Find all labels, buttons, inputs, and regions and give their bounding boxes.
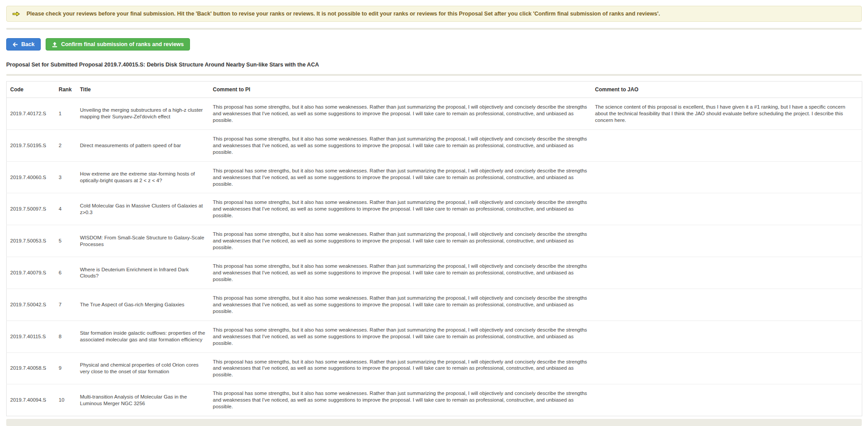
cell-comment-pi: This proposal has some strengths, but it… [209, 193, 592, 225]
cell-rank: 1 [55, 98, 77, 130]
proposal-table: Code Rank Title Comment to PI Comment to… [6, 81, 862, 416]
back-button[interactable]: Back [6, 38, 41, 51]
table-row: 2019.7.40058.S9Physical and chemical pro… [7, 352, 862, 384]
cell-comment-jao [592, 384, 862, 416]
column-header-title: Title [77, 82, 209, 98]
cell-title: Star formation inside galactic outflows:… [77, 320, 209, 352]
cell-title: Unveiling the merging substructures of a… [77, 98, 209, 130]
cell-code: 2019.7.40094.S [7, 384, 55, 416]
cell-comment-jao [592, 257, 862, 289]
section-divider [6, 28, 862, 30]
cell-title: Multi-transition Analysis of Molecular G… [77, 384, 209, 416]
cell-rank: 9 [55, 352, 77, 384]
confirm-submission-button[interactable]: Confirm final submission of ranks and re… [46, 38, 190, 51]
cell-rank: 6 [55, 257, 77, 289]
column-header-comment-jao: Comment to JAO [592, 82, 862, 98]
bottom-divider [6, 419, 862, 426]
cell-comment-pi: This proposal has some strengths, but it… [209, 289, 592, 320]
warning-banner: Please check your reviews before your fi… [6, 6, 862, 22]
cell-comment-pi: This proposal has some strengths, but it… [209, 98, 592, 130]
cell-title: The True Aspect of Gas-rich Merging Gala… [77, 289, 209, 320]
cell-title: WISDOM: From Small-Scale Structure to Ga… [77, 225, 209, 257]
table-row: 2019.7.40172.S1Unveiling the merging sub… [7, 98, 862, 130]
cell-rank: 8 [55, 320, 77, 352]
cell-code: 2019.7.40172.S [7, 98, 55, 130]
cell-code: 2019.7.40115.S [7, 320, 55, 352]
cell-comment-jao [592, 225, 862, 257]
cell-title: Physical and chemical properties of cold… [77, 352, 209, 384]
cell-code: 2019.7.40079.S [7, 257, 55, 289]
cell-comment-pi: This proposal has some strengths, but it… [209, 225, 592, 257]
cell-rank: 4 [55, 193, 77, 225]
upload-icon [52, 42, 58, 47]
cell-code: 2019.7.50097.S [7, 193, 55, 225]
cell-comment-pi: This proposal has some strengths, but it… [209, 161, 592, 193]
table-row: 2019.7.50053.S5WISDOM: From Small-Scale … [7, 225, 862, 257]
toolbar: Back Confirm final submission of ranks a… [6, 38, 862, 51]
column-header-code: Code [7, 82, 55, 98]
confirm-button-label: Confirm final submission of ranks and re… [61, 41, 184, 47]
arrow-right-icon [12, 12, 20, 16]
cell-code: 2019.7.40060.S [7, 161, 55, 193]
column-header-rank: Rank [55, 82, 77, 98]
page: Please check your reviews before your fi… [0, 0, 868, 426]
cell-rank: 5 [55, 225, 77, 257]
cell-rank: 7 [55, 289, 77, 320]
column-header-comment-pi: Comment to PI [209, 82, 592, 98]
back-button-label: Back [21, 41, 35, 47]
cell-comment-jao [592, 129, 862, 161]
cell-code: 2019.7.50053.S [7, 225, 55, 257]
table-row: 2019.7.40079.S6Where is Deuterium Enrich… [7, 257, 862, 289]
section-divider [6, 74, 862, 76]
back-arrow-icon [12, 42, 18, 47]
table-row: 2019.7.50097.S4Cold Molecular Gas in Mas… [7, 193, 862, 225]
cell-rank: 2 [55, 129, 77, 161]
cell-code: 2019.7.50042.S [7, 289, 55, 320]
cell-comment-jao [592, 289, 862, 320]
cell-comment-jao [592, 320, 862, 352]
cell-comment-pi: This proposal has some strengths, but it… [209, 320, 592, 352]
proposal-table-body: 2019.7.40172.S1Unveiling the merging sub… [7, 98, 862, 416]
warning-banner-text: Please check your reviews before your fi… [27, 10, 660, 17]
table-row: 2019.7.40094.S10Multi-transition Analysi… [7, 384, 862, 416]
cell-title: Where is Deuterium Enrichment in Infrare… [77, 257, 209, 289]
cell-comment-jao [592, 352, 862, 384]
cell-rank: 3 [55, 161, 77, 193]
cell-comment-jao: The science content of this proposal is … [592, 98, 862, 130]
table-row: 2019.7.40115.S8Star formation inside gal… [7, 320, 862, 352]
cell-comment-jao [592, 161, 862, 193]
cell-title: Cold Molecular Gas in Massive Clusters o… [77, 193, 209, 225]
proposal-table-container: Code Rank Title Comment to PI Comment to… [6, 81, 862, 416]
cell-code: 2019.7.40058.S [7, 352, 55, 384]
table-header-row: Code Rank Title Comment to PI Comment to… [7, 82, 862, 98]
table-row: 2019.7.40060.S3How extreme are the extre… [7, 161, 862, 193]
cell-rank: 10 [55, 384, 77, 416]
cell-comment-pi: This proposal has some strengths, but it… [209, 352, 592, 384]
cell-comment-pi: This proposal has some strengths, but it… [209, 257, 592, 289]
table-row: 2019.7.50195.S2Direct measurements of pa… [7, 129, 862, 161]
page-title: Proposal Set for Submitted Proposal 2019… [6, 62, 862, 68]
cell-code: 2019.7.50195.S [7, 129, 55, 161]
cell-title: How extreme are the extreme star-forming… [77, 161, 209, 193]
cell-comment-jao [592, 193, 862, 225]
cell-title: Direct measurements of pattern speed of … [77, 129, 209, 161]
cell-comment-pi: This proposal has some strengths, but it… [209, 129, 592, 161]
cell-comment-pi: This proposal has some strengths, but it… [209, 384, 592, 416]
table-row: 2019.7.50042.S7The True Aspect of Gas-ri… [7, 289, 862, 320]
